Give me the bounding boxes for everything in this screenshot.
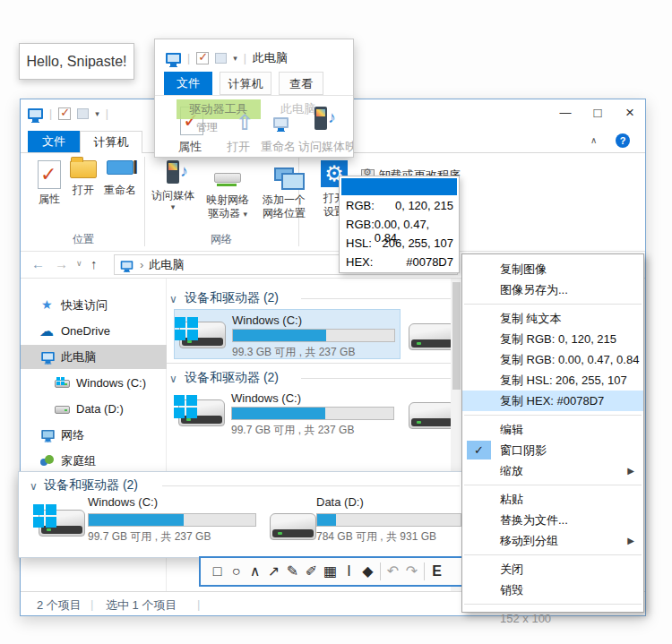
sidebar-item-homegroup[interactable]: 家庭组 [21,449,167,473]
access-media-label: 访问媒体 [148,189,198,202]
this-pc-icon [41,352,54,361]
sidebar-item-quick-access[interactable]: ★ 快速访问 [21,293,167,317]
marker-tool-icon[interactable]: ✐ [302,561,321,582]
partial-tool-icon[interactable]: E [427,561,446,582]
group-header[interactable]: 设备和驱动器 (2) [185,290,279,306]
menu-save-image-as[interactable]: 图像另存为... [462,279,643,300]
sidebar-item-network[interactable]: 网络 [21,423,167,447]
sidebar-item-this-pc[interactable]: 此电脑 [21,345,167,369]
back-icon[interactable]: ← [31,256,45,271]
add-network-location-button[interactable]: 添加一个 网络位置 [257,160,311,220]
sidebar-item-onedrive[interactable]: ☁ OneDrive [21,319,167,343]
collapse-group-icon[interactable]: ∨ [169,293,177,305]
menu-copy-hsl[interactable]: 复制 HSL: 206, 255, 107 [462,370,643,391]
menu-window-shadow[interactable]: ✓ 窗口阴影 [462,440,643,460]
tab-computer[interactable]: 计算机 [80,131,142,153]
color-row-hex: HEX: #0078D7 [346,255,453,269]
rename-button[interactable]: 重命名 [99,160,141,197]
collapse-group-icon[interactable]: ∨ [169,373,177,385]
qat-properties-icon[interactable] [58,107,71,120]
menu-destroy[interactable]: 销毁 [462,580,643,600]
menu-separator [464,604,642,605]
collapse-ribbon-icon[interactable]: ∧ [590,135,597,145]
qat-separator: | [106,107,108,120]
menu-paste[interactable]: 粘贴 [462,489,643,510]
submenu-arrow-icon: ▶ [627,460,634,481]
drive-c-icon [179,322,226,348]
open-button[interactable]: 打开 [67,160,99,197]
color-row-hsl: HSL: 206, 255, 107 [346,236,453,250]
color-picker-popup: RGB: 0, 120, 215 RGB: 0.00, 0.47, 0.84 H… [339,176,460,273]
mini-rename-label: 重命名 [261,139,296,155]
qat-newfolder-icon[interactable] [77,108,89,119]
mosaic-tool-icon[interactable]: ▦ [321,561,340,582]
network-location-icon [274,167,294,181]
properties-button[interactable]: 属性 [33,160,65,206]
arrow-tool-icon[interactable]: ↗ [264,561,283,582]
mini-map-label-partial: 映 [345,139,354,155]
network-icon [41,430,54,439]
toolbar-separator [380,562,381,580]
pencil-tool-icon[interactable]: ✎ [283,561,302,582]
menu-move-to-group[interactable]: 移动到分组 ▶ [462,530,643,551]
breadcrumb-this-pc[interactable]: 此电脑 [149,257,184,273]
menu-copy-plain-text[interactable]: 复制 纯文本 [462,308,643,329]
scrollbar-thumb[interactable] [452,282,461,390]
access-media-button[interactable]: 访问媒体 ▾ [148,160,198,211]
recent-locations-icon[interactable]: ∨ [76,259,82,268]
pinned-snip-window[interactable]: ∨ 设备和驱动器 (2) Windows (C:) 99.7 GB 可用 , 共… [18,471,467,558]
eraser-tool-icon[interactable]: ◆ [358,561,377,582]
menu-copy-hex[interactable]: 复制 HEX: #0078D7 [462,391,643,411]
breadcrumb-separator: › [140,258,143,271]
drive-d-icon [409,402,455,429]
undo-icon[interactable]: ↶ [383,561,402,582]
hello-snip[interactable]: Hello, Snipaste! [19,43,134,80]
map-drive-button[interactable]: 映射网络 驱动器 ▾ [200,160,255,221]
menu-close[interactable]: 关闭 [462,559,643,580]
polyline-tool-icon[interactable]: ∧ [246,561,264,582]
ellipse-tool-icon[interactable]: ○ [227,561,246,582]
ribbon: 属性 打开 重命名 位置 访问媒体 ▾ 映射网络 驱动器 ▾ [21,152,645,252]
forward-icon[interactable]: → [55,256,68,271]
maximize-button[interactable]: □ [582,99,614,126]
mini-window-title: 此电脑 [253,50,288,66]
menu-edit[interactable]: 编辑 [462,419,643,440]
menu-replace-with-file[interactable]: 替换为文件... [462,510,643,530]
menu-copy-rgb-float[interactable]: 复制 RGB: 0.00, 0.47, 0.84 [462,349,643,370]
onedrive-cloud-icon: ☁ [39,319,54,343]
app-icon [166,53,181,64]
menu-zoom[interactable]: 缩放 ▶ [462,460,643,481]
media-server-icon [167,160,179,184]
minimize-button[interactable]: — [549,99,582,126]
properties-label: 属性 [33,193,65,206]
qat-dropdown-icon[interactable]: ▾ [95,109,99,118]
redo-icon[interactable]: ↷ [402,561,421,582]
qat-separator: | [244,52,246,64]
sidebar-item-data-d[interactable]: Data (D:) [21,397,167,421]
drive-item-c-selected[interactable]: Windows (C:) 99.3 GB 可用 , 共 237 GB [174,309,401,359]
rename-icon [107,160,134,175]
rectangle-tool-icon[interactable]: □ [208,561,227,582]
drive-d-usage-bar [316,513,461,527]
tab-file[interactable]: 文件 [28,131,80,152]
text-tool-icon[interactable]: I [340,561,358,582]
mini-snip-window[interactable]: | ▾ | 此电脑 文件 计算机 查看 驱动器工具 管理 此电脑 ⇧ 属性 打开 [154,39,354,158]
drive-item-c[interactable]: Windows (C:) 99.7 GB 可用 , 共 237 GB [174,388,401,438]
menu-copy-image[interactable]: 复制图像 [462,259,643,279]
mini-tab-row: 文件 计算机 查看 [155,72,353,95]
qat-separator: | [49,107,52,120]
mini-title-bar: | ▾ | 此电脑 [155,39,353,72]
drive-c-icon [39,510,85,537]
group-header[interactable]: 设备和驱动器 (2) [185,370,279,386]
menu-copy-rgb[interactable]: 复制 RGB: 0, 120, 215 [462,329,643,349]
close-button[interactable]: × [614,99,646,126]
menu-separator [464,485,642,485]
drive-c-caption: 99.3 GB 可用 , 共 237 GB [232,345,355,360]
collapse-group-icon: ∨ [30,480,38,493]
drive-c-usage-bar [232,329,395,342]
up-icon[interactable]: ↑ [90,256,98,271]
snipaste-toolbar: □ ○ ∧ ↗ ✎ ✐ ▦ I ◆ ↶ ↷ E [199,556,466,587]
help-icon[interactable]: ? [616,133,630,148]
open-folder-icon [70,160,97,178]
sidebar-item-windows-c[interactable]: Windows (C:) [21,371,167,395]
